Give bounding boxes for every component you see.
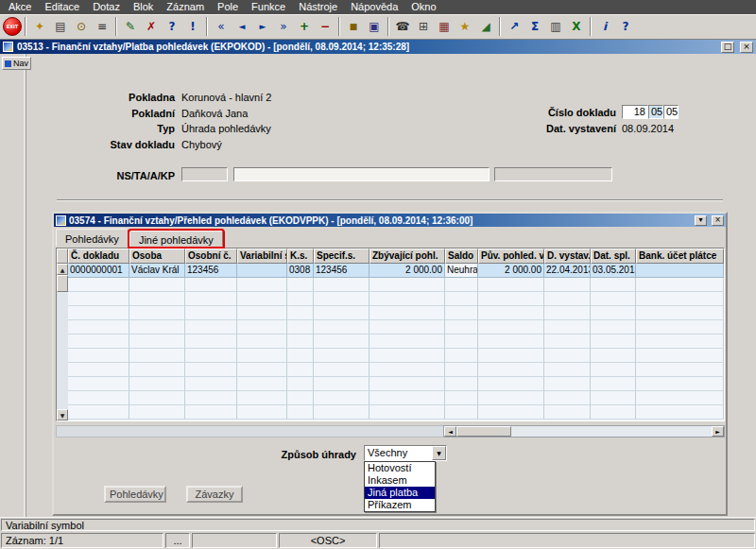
ns-field-3[interactable]: [494, 167, 612, 181]
print-icon[interactable]: ▤: [50, 17, 71, 37]
table-row-empty[interactable]: [68, 391, 724, 405]
column-header-dat-spl[interactable]: Dat. spl.: [591, 249, 636, 264]
keys-icon[interactable]: ✦: [29, 17, 50, 37]
grid-icon[interactable]: ▥: [545, 17, 566, 37]
table-cell[interactable]: [237, 264, 287, 278]
table-cell[interactable]: 2 000.00: [478, 264, 544, 278]
table-row-selected[interactable]: 0000000001 Václav Král 123456 0308 12345…: [68, 264, 724, 278]
info-icon[interactable]: i: [594, 17, 615, 37]
table-cell[interactable]: 03.05.2013: [591, 264, 636, 278]
inner-window-titlebar[interactable]: 03574 - Finanční vztahy/Přehled pohledáv…: [54, 214, 726, 227]
pohledavky-button[interactable]: Pohledávky: [104, 486, 166, 503]
dropdown-option-selected[interactable]: Jiná platba: [365, 487, 435, 499]
nav-button[interactable]: Nav: [2, 57, 31, 70]
cislo-dokladu-field-3[interactable]: 05: [663, 105, 679, 119]
scroll-up-icon[interactable]: ▲: [57, 264, 68, 275]
menu-editace[interactable]: Editace: [38, 0, 86, 14]
menu-funkce[interactable]: Funkce: [245, 0, 292, 14]
dropdown-option[interactable]: Příkazem: [365, 499, 435, 511]
column-header-c-dokladu[interactable]: Č. dokladu: [68, 249, 129, 264]
cislo-dokladu-field-1[interactable]: 18: [622, 105, 648, 119]
column-header-specif-s[interactable]: Specif.s.: [314, 249, 369, 264]
help-icon[interactable]: ?: [615, 17, 636, 37]
phone-icon[interactable]: ☎: [392, 17, 413, 37]
column-header-puv-pohled[interactable]: Pův. pohled. v Kč: [478, 249, 544, 264]
lock-icon[interactable]: ■: [343, 17, 364, 37]
sum-icon[interactable]: Σ: [524, 17, 545, 37]
menu-dotaz[interactable]: Dotaz: [86, 0, 127, 14]
column-header-ks[interactable]: K.s.: [287, 249, 314, 264]
calculator-icon[interactable]: ⊞: [413, 17, 434, 37]
vertical-scroll-track[interactable]: [57, 292, 68, 409]
zpusob-uhrady-combobox[interactable]: Všechny ▼: [364, 445, 447, 461]
menu-okno[interactable]: Okno: [404, 0, 442, 14]
table-cell[interactable]: 0308: [287, 264, 314, 278]
chart-icon[interactable]: ↗: [504, 17, 524, 37]
table-row-empty[interactable]: [68, 405, 724, 420]
vertical-scroll-thumb[interactable]: [57, 275, 68, 292]
inner-close-icon[interactable]: ×: [712, 215, 724, 226]
next-record-icon[interactable]: ►: [252, 17, 273, 37]
scroll-right-icon[interactable]: ►: [712, 426, 724, 437]
table-cell[interactable]: [636, 264, 724, 278]
ns-field-2[interactable]: [233, 167, 490, 181]
scroll-down-icon[interactable]: ▼: [57, 409, 68, 420]
table-row-empty[interactable]: [68, 335, 724, 349]
enter-query-icon[interactable]: ?: [162, 17, 182, 37]
scroll-left-icon[interactable]: ◄: [444, 426, 456, 437]
menu-napoveda[interactable]: Nápověda: [344, 0, 404, 14]
menu-zaznam[interactable]: Záznam: [160, 0, 211, 14]
last-record-icon[interactable]: »: [273, 17, 294, 37]
tab-pohledavky[interactable]: Pohledávky: [56, 229, 129, 247]
table-cell[interactable]: 0000000001: [68, 264, 129, 278]
dropdown-option[interactable]: Hotovostí: [365, 462, 435, 474]
menu-nastroje[interactable]: Nástroje: [292, 0, 344, 14]
clear-icon[interactable]: ✗: [141, 17, 162, 37]
table-row-empty[interactable]: [68, 377, 724, 391]
combobox-value[interactable]: Všechny: [365, 446, 432, 460]
insert-record-icon[interactable]: +: [294, 17, 315, 37]
menu-blok[interactable]: Blok: [127, 0, 160, 14]
table-cell[interactable]: Václav Král: [129, 264, 185, 278]
table-cell[interactable]: 2 000.00: [369, 264, 445, 278]
excel-icon[interactable]: X: [566, 17, 587, 37]
save-icon[interactable]: ▣: [364, 17, 385, 37]
table-row-empty[interactable]: [68, 349, 724, 363]
search-icon[interactable]: ⊙: [71, 17, 92, 37]
delete-record-icon[interactable]: −: [315, 17, 335, 37]
dropdown-option[interactable]: Inkasem: [365, 474, 435, 487]
inner-collapse-icon[interactable]: ▾: [695, 215, 707, 226]
list-icon[interactable]: ≡: [92, 17, 112, 37]
edit-icon[interactable]: ✎: [120, 17, 141, 37]
column-header-osoba[interactable]: Osoba: [129, 249, 185, 264]
horizontal-scroll-track[interactable]: [511, 426, 712, 437]
prev-record-icon[interactable]: ◄: [232, 17, 252, 37]
column-header-variabilni-s[interactable]: Variabilní s.: [237, 249, 287, 264]
column-header-zbyvajici-pohl[interactable]: Zbývající pohl.: [369, 249, 445, 264]
zavazky-button[interactable]: Závazky: [186, 486, 243, 503]
horizontal-scroll-thumb[interactable]: [456, 426, 511, 437]
table-cell[interactable]: 22.04.2013: [544, 264, 591, 278]
table-row-empty[interactable]: [68, 292, 724, 306]
photo-icon[interactable]: ◢: [475, 17, 496, 37]
column-header-osobni-c[interactable]: Osobní č.: [185, 249, 237, 264]
table-cell[interactable]: Neuhraz: [445, 264, 478, 278]
table-row-empty[interactable]: [68, 320, 724, 335]
main-window-titlebar[interactable]: 03513 - Finanční vztahy/Platba pohledáve…: [0, 40, 756, 54]
tab-jine-pohledavky[interactable]: Jiné pohledávky: [129, 231, 223, 247]
menu-akce[interactable]: Akce: [2, 0, 38, 14]
column-header-saldo[interactable]: Saldo: [445, 249, 478, 264]
execute-query-icon[interactable]: !: [182, 17, 203, 37]
main-restore-icon[interactable]: □: [721, 42, 734, 53]
menu-pole[interactable]: Pole: [211, 0, 245, 14]
table-row-empty[interactable]: [68, 278, 724, 292]
table-cell[interactable]: 123456: [314, 264, 369, 278]
combobox-arrow-icon[interactable]: ▼: [432, 446, 446, 460]
table-cell[interactable]: 123456: [185, 264, 237, 278]
table-row-empty[interactable]: [68, 306, 724, 320]
exit-button[interactable]: EXIT: [3, 17, 22, 36]
table-row-empty[interactable]: [68, 363, 724, 377]
calendar-icon[interactable]: ▦: [434, 17, 455, 37]
column-header-d-vystav[interactable]: D. vystav.: [544, 249, 591, 264]
ns-field-1[interactable]: [181, 167, 228, 181]
